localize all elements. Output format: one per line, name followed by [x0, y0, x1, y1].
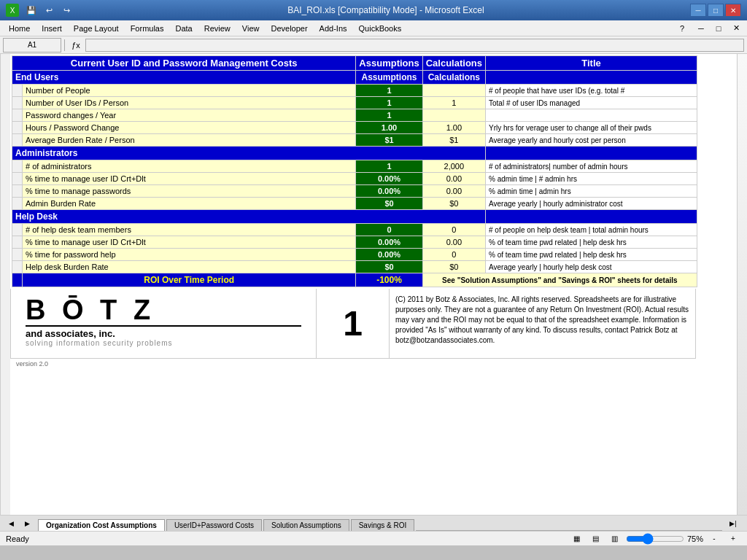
main-title: Current User ID and Password Management … [12, 56, 356, 71]
calculations-col-header: Calculations [422, 56, 485, 71]
menu-view[interactable]: View [236, 23, 266, 34]
window-title: BAI_ROI.xls [Compatibility Mode] - Micro… [82, 5, 690, 15]
num-people-calc [422, 85, 485, 97]
admin-burden-assumption[interactable]: $0 [356, 198, 422, 210]
num-userids-label: Number of User IDs / Person [23, 97, 356, 109]
helpdesk-desc-header [486, 210, 697, 224]
tab-scroll-left[interactable]: ◀ [3, 516, 19, 531]
helpdesk-section-header: Help Desk [12, 210, 697, 224]
menu-data[interactable]: Data [169, 23, 198, 34]
hd-pwd-calc: 0 [422, 249, 485, 261]
num-userids-assumption[interactable]: 1 [356, 97, 422, 109]
row-num [12, 224, 23, 236]
toolbar-separator [64, 39, 65, 51]
tab-userid-pwd[interactable]: UserID+Password Costs [166, 519, 262, 531]
page-number: 1 [317, 289, 390, 359]
tab-savings-roi[interactable]: Savings & ROI [351, 519, 415, 531]
menu-quickbooks[interactable]: QuickBooks [353, 23, 408, 34]
table-row: Number of People 1 # of people that have… [12, 85, 697, 97]
app-icon: X [6, 4, 19, 17]
table-row: % time to manage user ID Crt+Dlt 0.00% 0… [12, 236, 697, 249]
admin-burden-desc: Average yearly | hourly administrator co… [486, 198, 697, 210]
undo-btn[interactable]: ↩ [41, 3, 57, 18]
hd-members-calc: 0 [422, 224, 485, 236]
hd-members-assumption[interactable]: 0 [356, 224, 422, 236]
ribbon-close-btn[interactable]: ✕ [728, 21, 744, 36]
menu-page-layout[interactable]: Page Layout [68, 23, 125, 34]
table-row: Password changes / Year 1 [12, 109, 697, 122]
menu-home[interactable]: Home [3, 23, 36, 34]
zoom-in-btn[interactable]: + [725, 532, 741, 546]
hours-pwd-calc: 1.00 [422, 122, 485, 134]
admin-desc-header [486, 147, 697, 160]
table-row: % time to manage user ID Crt+Dlt 0.00% 0… [12, 173, 697, 185]
roi-row-num [12, 273, 23, 287]
pwd-changes-desc [486, 109, 697, 122]
hd-members-label: # of help desk team members [23, 224, 356, 236]
pwd-changes-assumption[interactable]: 1 [356, 109, 422, 122]
hd-userid-desc: % of team time pwd related | help desk h… [486, 236, 697, 249]
menu-formulas[interactable]: Formulas [125, 23, 170, 34]
pct-pwd-assumption[interactable]: 0.00% [356, 185, 422, 198]
row-num [12, 236, 23, 249]
menu-insert[interactable]: Insert [36, 23, 68, 34]
num-admins-label: # of administrators [23, 160, 356, 173]
table-row: # of help desk team members 0 0 # of peo… [12, 224, 697, 236]
menu-developer[interactable]: Developer [265, 23, 313, 34]
ribbon-restore-btn[interactable]: □ [711, 21, 727, 36]
hd-userid-label: % time to manage user ID Crt+Dlt [23, 236, 356, 249]
hd-pwd-assumption[interactable]: 0.00% [356, 249, 422, 261]
pct-userid-assumption[interactable]: 0.00% [356, 173, 422, 185]
minimize-btn[interactable]: ─ [690, 4, 706, 17]
row-num [12, 261, 23, 273]
burden-rate-assumption[interactable]: $1 [356, 134, 422, 147]
hd-burden-assumption[interactable]: $0 [356, 261, 422, 273]
tab-org-cost[interactable]: Organization Cost Assumptions [38, 519, 165, 531]
menu-addins[interactable]: Add-Ins [314, 23, 353, 34]
page-break-view-btn[interactable]: ▥ [607, 532, 623, 546]
normal-view-btn[interactable]: ▦ [569, 532, 585, 546]
hd-userid-calc: 0.00 [422, 236, 485, 249]
menu-help[interactable]: ? [674, 23, 690, 34]
row-num [12, 160, 23, 173]
num-userids-desc: Total # of user IDs managed [486, 97, 697, 109]
num-admins-assumption[interactable]: 1 [356, 160, 422, 173]
row-num [12, 134, 23, 147]
end-users-label: End Users [12, 71, 356, 85]
main-spreadsheet-table: Current User ID and Password Management … [12, 55, 697, 287]
title-label: Title [486, 56, 697, 71]
vertical-scrollbar[interactable] [737, 54, 747, 515]
tab-solution-assumptions[interactable]: Solution Assumptions [263, 519, 349, 531]
table-row: Admin Burden Rate $0 $0 Average yearly |… [12, 198, 697, 210]
quick-save-btn[interactable]: 💾 [23, 3, 39, 18]
maximize-btn[interactable]: □ [708, 4, 724, 17]
row-header-col [0, 54, 10, 515]
close-btn[interactable]: ✕ [725, 4, 741, 17]
tab-scroll-right[interactable]: ▶ [19, 516, 35, 531]
pct-userid-label: % time to manage user ID Crt+Dlt [23, 173, 356, 185]
hd-userid-assumption[interactable]: 0.00% [356, 236, 422, 249]
pct-userid-calc: 0.00 [422, 173, 485, 185]
logo-subtitle: and associates, inc. [26, 328, 301, 339]
zoom-out-btn[interactable]: - [706, 532, 722, 546]
row-num [12, 109, 23, 122]
sheet-options-btn[interactable]: ▶| [725, 516, 741, 531]
zoom-slider[interactable] [626, 534, 684, 543]
admin-burden-label: Admin Burden Rate [23, 198, 356, 210]
zoom-level: 75% [687, 534, 703, 543]
burden-rate-label: Average Burden Rate / Person [23, 134, 356, 147]
menu-review[interactable]: Review [198, 23, 236, 34]
formula-input[interactable] [85, 39, 744, 52]
function-btn[interactable]: ƒx [68, 38, 84, 52]
redo-btn[interactable]: ↪ [58, 3, 74, 18]
num-people-desc: # of people that have user IDs (e.g. tot… [486, 85, 697, 97]
name-box[interactable]: A1 [3, 38, 61, 52]
num-admins-calc: 2,000 [422, 160, 485, 173]
table-row: % time for password help 0.00% 0 % of te… [12, 249, 697, 261]
hours-pwd-assumption[interactable]: 1.00 [356, 122, 422, 134]
calculations-header: Calculations [422, 71, 485, 85]
num-people-assumption[interactable]: 1 [356, 85, 422, 97]
ribbon-min-btn[interactable]: ─ [693, 21, 709, 36]
hd-burden-calc: $0 [422, 261, 485, 273]
page-layout-view-btn[interactable]: ▤ [588, 532, 604, 546]
